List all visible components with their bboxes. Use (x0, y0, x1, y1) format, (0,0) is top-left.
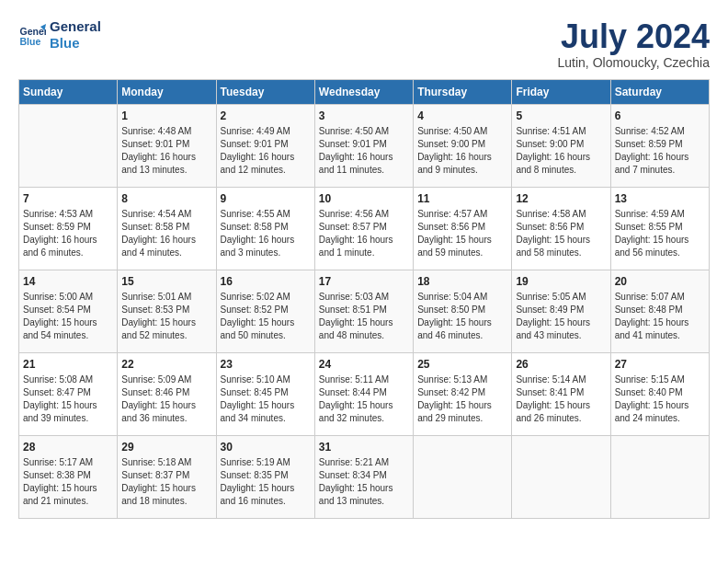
calendar-week-3: 14Sunrise: 5:00 AMSunset: 8:54 PMDayligh… (19, 270, 710, 352)
day-info: Sunrise: 5:21 AMSunset: 8:34 PMDaylight:… (319, 456, 409, 508)
calendar-cell: 15Sunrise: 5:01 AMSunset: 8:53 PMDayligh… (118, 270, 216, 352)
calendar-cell: 28Sunrise: 5:17 AMSunset: 8:38 PMDayligh… (19, 435, 118, 518)
day-number: 8 (121, 191, 211, 207)
calendar-week-1: 1Sunrise: 4:48 AMSunset: 9:01 PMDaylight… (19, 104, 710, 187)
location: Lutin, Olomoucky, Czechia (558, 55, 710, 70)
day-number: 9 (221, 191, 311, 207)
col-thursday: Thursday (414, 79, 512, 104)
day-number: 12 (516, 191, 606, 207)
day-number: 26 (516, 357, 606, 373)
calendar-cell: 12Sunrise: 4:58 AMSunset: 8:56 PMDayligh… (512, 187, 610, 270)
calendar-cell: 16Sunrise: 5:02 AMSunset: 8:52 PMDayligh… (216, 270, 314, 352)
day-info: Sunrise: 4:57 AMSunset: 8:56 PMDaylight:… (417, 208, 507, 259)
calendar-cell: 27Sunrise: 5:15 AMSunset: 8:40 PMDayligh… (610, 352, 709, 435)
day-number: 23 (221, 357, 311, 373)
calendar-cell: 22Sunrise: 5:09 AMSunset: 8:46 PMDayligh… (118, 352, 216, 435)
col-saturday: Saturday (610, 79, 709, 104)
calendar-cell: 21Sunrise: 5:08 AMSunset: 8:47 PMDayligh… (19, 352, 118, 435)
day-info: Sunrise: 5:07 AMSunset: 8:48 PMDaylight:… (615, 291, 705, 342)
day-info: Sunrise: 5:11 AMSunset: 8:44 PMDaylight:… (319, 373, 409, 425)
header: General Blue General Blue July 2024 Luti… (18, 18, 710, 70)
day-info: Sunrise: 4:56 AMSunset: 8:57 PMDaylight:… (319, 208, 409, 259)
day-info: Sunrise: 5:13 AMSunset: 8:42 PMDaylight:… (417, 373, 507, 425)
col-friday: Friday (512, 79, 610, 104)
day-number: 21 (23, 357, 113, 373)
svg-text:Blue: Blue (20, 36, 41, 47)
day-number: 25 (417, 357, 507, 373)
calendar-cell: 6Sunrise: 4:52 AMSunset: 8:59 PMDaylight… (610, 104, 709, 187)
calendar-cell: 2Sunrise: 4:49 AMSunset: 9:01 PMDaylight… (216, 104, 314, 187)
day-info: Sunrise: 4:53 AMSunset: 8:59 PMDaylight:… (23, 208, 113, 259)
day-number: 27 (615, 357, 705, 373)
calendar-cell: 24Sunrise: 5:11 AMSunset: 8:44 PMDayligh… (314, 352, 413, 435)
calendar-cell: 13Sunrise: 4:59 AMSunset: 8:55 PMDayligh… (610, 187, 709, 270)
day-number: 4 (417, 109, 507, 124)
day-number: 11 (417, 191, 507, 207)
day-info: Sunrise: 5:09 AMSunset: 8:46 PMDaylight:… (121, 373, 211, 425)
day-number: 31 (319, 440, 409, 455)
day-info: Sunrise: 5:05 AMSunset: 8:49 PMDaylight:… (516, 291, 606, 342)
day-number: 30 (221, 440, 311, 455)
day-number: 28 (23, 440, 113, 455)
calendar-cell: 3Sunrise: 4:50 AMSunset: 9:01 PMDaylight… (314, 104, 413, 187)
day-number: 19 (516, 274, 606, 290)
day-info: Sunrise: 4:52 AMSunset: 8:59 PMDaylight:… (615, 125, 705, 177)
day-info: Sunrise: 4:58 AMSunset: 8:56 PMDaylight:… (516, 208, 606, 259)
title-area: July 2024 Lutin, Olomoucky, Czechia (558, 18, 710, 70)
col-wednesday: Wednesday (314, 79, 413, 104)
day-number: 22 (121, 357, 211, 373)
month-title: July 2024 (558, 18, 710, 55)
calendar-cell: 5Sunrise: 4:51 AMSunset: 9:00 PMDaylight… (512, 104, 610, 187)
calendar-cell: 18Sunrise: 5:04 AMSunset: 8:50 PMDayligh… (414, 270, 512, 352)
col-monday: Monday (118, 79, 216, 104)
day-number: 18 (417, 274, 507, 290)
day-info: Sunrise: 4:55 AMSunset: 8:58 PMDaylight:… (221, 208, 311, 259)
day-number: 17 (319, 274, 409, 290)
calendar-cell: 25Sunrise: 5:13 AMSunset: 8:42 PMDayligh… (414, 352, 512, 435)
day-number: 15 (121, 274, 211, 290)
logo-icon: General Blue (18, 21, 46, 49)
calendar-week-5: 28Sunrise: 5:17 AMSunset: 8:38 PMDayligh… (19, 435, 710, 518)
calendar-cell (610, 435, 709, 518)
col-sunday: Sunday (19, 79, 118, 104)
day-info: Sunrise: 5:14 AMSunset: 8:41 PMDaylight:… (516, 373, 606, 425)
day-number: 6 (615, 109, 705, 124)
day-info: Sunrise: 4:48 AMSunset: 9:01 PMDaylight:… (121, 125, 211, 177)
calendar-cell (414, 435, 512, 518)
day-info: Sunrise: 5:02 AMSunset: 8:52 PMDaylight:… (221, 291, 311, 342)
calendar-cell: 9Sunrise: 4:55 AMSunset: 8:58 PMDaylight… (216, 187, 314, 270)
day-number: 24 (319, 357, 409, 373)
day-number: 3 (319, 109, 409, 124)
calendar-week-4: 21Sunrise: 5:08 AMSunset: 8:47 PMDayligh… (19, 352, 710, 435)
calendar-cell: 26Sunrise: 5:14 AMSunset: 8:41 PMDayligh… (512, 352, 610, 435)
day-info: Sunrise: 4:50 AMSunset: 9:00 PMDaylight:… (417, 125, 507, 177)
calendar-cell: 29Sunrise: 5:18 AMSunset: 8:37 PMDayligh… (118, 435, 216, 518)
calendar-cell: 10Sunrise: 4:56 AMSunset: 8:57 PMDayligh… (314, 187, 413, 270)
calendar-cell: 8Sunrise: 4:54 AMSunset: 8:58 PMDaylight… (118, 187, 216, 270)
logo: General Blue General Blue (18, 18, 101, 52)
day-info: Sunrise: 5:04 AMSunset: 8:50 PMDaylight:… (417, 291, 507, 342)
calendar-cell: 1Sunrise: 4:48 AMSunset: 9:01 PMDaylight… (118, 104, 216, 187)
day-info: Sunrise: 5:00 AMSunset: 8:54 PMDaylight:… (23, 291, 113, 342)
day-number: 20 (615, 274, 705, 290)
day-info: Sunrise: 4:49 AMSunset: 9:01 PMDaylight:… (221, 125, 311, 177)
day-number: 2 (221, 109, 311, 124)
calendar-cell: 7Sunrise: 4:53 AMSunset: 8:59 PMDaylight… (19, 187, 118, 270)
calendar-table: Sunday Monday Tuesday Wednesday Thursday… (18, 79, 710, 519)
day-info: Sunrise: 5:10 AMSunset: 8:45 PMDaylight:… (221, 373, 311, 425)
day-number: 16 (221, 274, 311, 290)
day-number: 5 (516, 109, 606, 124)
day-info: Sunrise: 5:15 AMSunset: 8:40 PMDaylight:… (615, 373, 705, 425)
day-info: Sunrise: 5:17 AMSunset: 8:38 PMDaylight:… (23, 456, 113, 508)
day-info: Sunrise: 4:51 AMSunset: 9:00 PMDaylight:… (516, 125, 606, 177)
calendar-cell: 23Sunrise: 5:10 AMSunset: 8:45 PMDayligh… (216, 352, 314, 435)
day-number: 7 (23, 191, 113, 207)
day-number: 10 (319, 191, 409, 207)
day-number: 13 (615, 191, 705, 207)
calendar-header-row: Sunday Monday Tuesday Wednesday Thursday… (19, 79, 710, 104)
calendar-cell: 31Sunrise: 5:21 AMSunset: 8:34 PMDayligh… (314, 435, 413, 518)
day-info: Sunrise: 5:19 AMSunset: 8:35 PMDaylight:… (221, 456, 311, 508)
calendar-cell: 4Sunrise: 4:50 AMSunset: 9:00 PMDaylight… (414, 104, 512, 187)
day-number: 1 (121, 109, 211, 124)
day-info: Sunrise: 4:54 AMSunset: 8:58 PMDaylight:… (121, 208, 211, 259)
